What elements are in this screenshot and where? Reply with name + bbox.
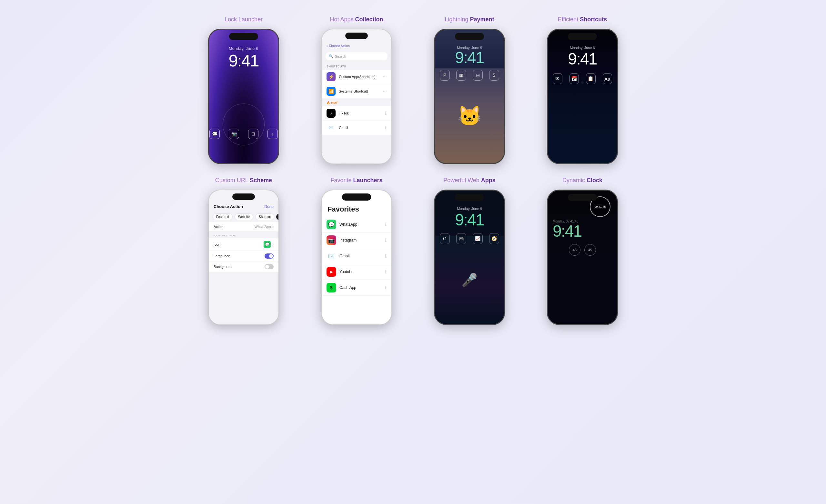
action-label: Action <box>214 225 224 229</box>
feature-title-payment: Lightning Payment <box>445 16 494 23</box>
fav-gmail-row[interactable]: ✉️ Gmail ℹ <box>322 248 392 264</box>
translate-shortcut-icon: Aa <box>603 73 612 84</box>
action-row[interactable]: Action WhatsApp › <box>209 222 279 231</box>
chart-web-icon: 📈 <box>473 233 483 244</box>
instagram-info-icon[interactable]: ℹ <box>385 238 387 243</box>
systems-row[interactable]: 📶 Systems(Shortcut) ● › <box>322 84 392 98</box>
google-web-icon: G <box>440 233 450 244</box>
background-toggle[interactable] <box>264 264 274 269</box>
lock-date: Monday, June 6 <box>214 47 273 51</box>
tab-row: Featured Website Shortcut Custom <box>209 211 279 222</box>
web-icons-row: G 🎮 📈 🧭 <box>440 233 499 244</box>
shortcuts-date: Monday, June 6 <box>553 46 612 50</box>
fav-cashapp-row[interactable]: $ Cash App ℹ <box>322 280 392 296</box>
systems-chevron-icon: ● › <box>383 90 387 93</box>
gmail-name: Gmail <box>339 126 385 130</box>
feature-title-shortcuts: Efficient Shortcuts <box>558 16 607 23</box>
phone-custom-url: Choose Action Done Featured Website Shor… <box>208 190 279 325</box>
done-button[interactable]: Done <box>264 204 274 209</box>
tiktok-info-icon[interactable]: ℹ <box>385 111 387 116</box>
dynamic-time: 9:41 <box>553 223 612 239</box>
instagram-lock-icon: 📷 <box>229 129 239 139</box>
phone-notch-dynamic <box>568 194 597 201</box>
search-icon: 🔍 <box>329 54 333 58</box>
phone-hot-apps: ‹ Choose Action 🔍 Search SHORTCUTS ⚡ Cus… <box>321 29 392 164</box>
phone-dynamic-clock: 09:41:45 Monday, 09:41:45 9:41 45 45 <box>547 190 618 325</box>
tiktok-row[interactable]: ♪ TikTok ℹ <box>322 106 392 120</box>
web-time: 9:41 <box>440 210 499 229</box>
youtube-info-icon[interactable]: ℹ <box>385 269 387 274</box>
youtube-fav-name: Youtube <box>340 269 385 274</box>
feature-dynamic-clock: Dynamic Clock 09:41:45 Monday, 09:41:45 … <box>526 171 639 331</box>
gmail-info-icon[interactable]: ℹ <box>385 125 387 130</box>
payment-icons-row: P ▦ ◎ $ <box>440 70 499 81</box>
instagram-fav-icon: 📷 <box>327 235 336 245</box>
fav-youtube-row[interactable]: ▶ Youtube ℹ <box>322 264 392 280</box>
phone-favorites: Favorites 💬 WhatsApp ℹ 📷 Instagram ℹ ✉️ … <box>321 190 392 325</box>
lock-icons-row: 💬 📷 ⊡ ♪ <box>210 129 278 139</box>
phone-web-apps: 🎤 Monday, June 6 9:41 G 🎮 📈 🧭 <box>434 190 505 325</box>
gmail-fav-name: Gmail <box>340 254 385 258</box>
custom-header: Choose Action Done <box>209 201 279 211</box>
dynamic-sub-2: 45 <box>584 244 596 256</box>
feature-efficient-shortcuts: Efficient Shortcuts 🌍 Monday, June 6 9:4… <box>526 10 639 171</box>
phone-notch-custom <box>232 193 255 200</box>
feature-favorites: Favorite Launchers Favorites 💬 WhatsApp … <box>300 171 413 331</box>
icon-preview: 💬 <box>263 241 271 248</box>
phone-notch-fav <box>342 193 371 201</box>
tab-featured[interactable]: Featured <box>213 213 233 220</box>
feature-title-lock-launcher: Lock Launcher <box>225 16 262 23</box>
tiktok-icon: ♪ <box>327 109 336 118</box>
paypal-icon: P <box>440 70 450 81</box>
whatsapp-fav-name: WhatsApp <box>340 222 385 227</box>
tab-shortcut[interactable]: Shortcut <box>255 213 274 220</box>
shortcuts-time: 9:41 <box>553 50 612 68</box>
systems-icon: 📶 <box>327 87 336 96</box>
payment-date: Monday, June 6 <box>440 46 499 50</box>
icon-row[interactable]: Icon 💬 › <box>209 238 279 251</box>
game-web-icon: 🎮 <box>456 233 466 244</box>
calendar-shortcut-icon: 📅 <box>570 73 579 84</box>
custom-url-content: Choose Action Done Featured Website Shor… <box>209 190 279 324</box>
feature-custom-url: Custom URL Scheme Choose Action Done Fea… <box>187 171 300 331</box>
instagram-fav-name: Instagram <box>340 238 385 243</box>
gmail-info-icon[interactable]: ℹ <box>385 253 387 259</box>
feature-web-apps: Powerful Web Apps 🎤 Monday, June 6 9:41 … <box>413 171 526 331</box>
feature-lightning-payment: Lightning Payment 🐱 Monday, June 6 9:41 … <box>413 10 526 171</box>
feature-hot-apps: Hot Apps Collection ‹ Choose Action 🔍 Se… <box>300 10 413 171</box>
dynamic-sub-1: 45 <box>569 244 581 256</box>
custom-app-row[interactable]: ⚡ Custom App(Shortcuts) ● › <box>322 70 392 84</box>
screenshot-lock-icon: ⊡ <box>248 129 258 139</box>
large-icon-row[interactable]: Large Icon <box>209 251 279 261</box>
large-icon-label: Large Icon <box>214 254 230 258</box>
systems-name: Systems(Shortcut) <box>339 89 383 93</box>
gmail-row[interactable]: ✉️ Gmail ℹ <box>322 121 392 135</box>
tab-website[interactable]: Website <box>235 213 253 220</box>
large-icon-toggle[interactable] <box>264 253 274 259</box>
gmail-icon: ✉️ <box>327 123 336 132</box>
feature-title-dynamic-clock: Dynamic Clock <box>563 177 602 184</box>
dollar-icon: $ <box>489 70 499 81</box>
mail-shortcut-icon: ✉ <box>553 73 563 84</box>
favorites-heading: Favorites <box>322 202 392 217</box>
fav-whatsapp-row[interactable]: 💬 WhatsApp ℹ <box>322 217 392 233</box>
web-date: Monday, June 6 <box>440 207 499 210</box>
fav-instagram-row[interactable]: 📷 Instagram ℹ <box>322 233 392 248</box>
cashapp-fav-icon: $ <box>327 283 336 293</box>
phone-notch-web <box>455 194 484 201</box>
compass-web-icon: 🧭 <box>489 233 499 244</box>
concert-image: 🎤 <box>435 236 504 324</box>
search-bar[interactable]: 🔍 Search <box>326 52 388 60</box>
background-row[interactable]: Background <box>209 261 279 272</box>
hot-apps-back[interactable]: ‹ Choose Action <box>322 42 392 50</box>
tab-custom[interactable]: Custom <box>276 213 279 220</box>
cashapp-info-icon[interactable]: ℹ <box>385 285 387 290</box>
barcode-icon: ▦ <box>456 70 466 81</box>
phone-lock-launcher: Monday, June 6 9:41 💬 📷 ⊡ ♪ <box>208 29 279 164</box>
custom-header-title: Choose Action <box>214 204 243 209</box>
tiktok-lock-icon: ♪ <box>268 129 278 139</box>
whatsapp-info-icon[interactable]: ℹ <box>385 222 387 227</box>
lock-time: 9:41 <box>214 52 273 69</box>
hot-apps-content: ‹ Choose Action 🔍 Search SHORTCUTS ⚡ Cus… <box>322 29 392 164</box>
gmail-fav-icon: ✉️ <box>327 251 336 261</box>
